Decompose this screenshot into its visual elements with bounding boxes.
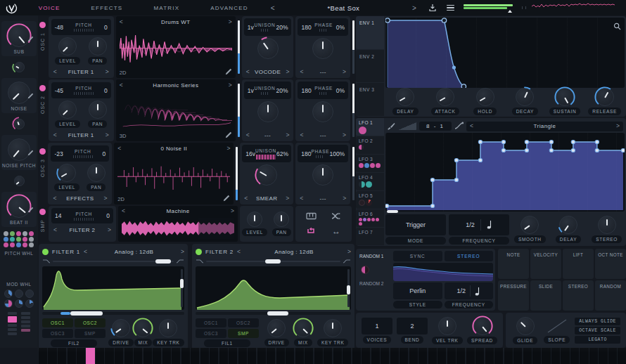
view-mode[interactable]: 3D bbox=[120, 133, 127, 139]
env-attack-knob[interactable] bbox=[436, 88, 454, 106]
legato-toggle[interactable]: LEGATO bbox=[575, 336, 620, 344]
filter2-mix-knob[interactable] bbox=[294, 319, 312, 337]
tab-matrix[interactable]: MATRIX bbox=[138, 5, 195, 11]
sub-mini-knob[interactable] bbox=[14, 62, 25, 72]
filter1-enable-dot[interactable] bbox=[42, 249, 49, 255]
preset-next-button[interactable]: > bbox=[405, 4, 423, 12]
wavetable-name[interactable]: 0 Noise II bbox=[160, 145, 187, 152]
osc1-phase-box[interactable]: 180 PHASE 0% bbox=[298, 18, 348, 36]
osc3-distortion-selector[interactable]: <---> bbox=[298, 193, 348, 204]
filter1-blend-slider[interactable] bbox=[42, 259, 184, 264]
unison-amount[interactable]: 20% bbox=[276, 24, 288, 31]
filter1-blend-handle[interactable] bbox=[155, 259, 171, 264]
filter1-input-smp[interactable]: SMP bbox=[75, 329, 106, 338]
osc2-unison-box[interactable]: 1v UNISON 20% bbox=[244, 82, 292, 99]
source-pressure[interactable]: PRESSURE bbox=[498, 280, 529, 311]
lfo-smooth-knob[interactable] bbox=[520, 216, 539, 234]
lfo-paint-shape[interactable] bbox=[398, 122, 416, 130]
osc2-pan-knob[interactable] bbox=[89, 100, 107, 119]
keytrack-icon[interactable] bbox=[306, 210, 317, 223]
filter1-keytrack-knob[interactable] bbox=[159, 319, 177, 337]
random-phase-icon[interactable] bbox=[331, 210, 341, 223]
osc2-route-selector[interactable]: <FILTER 1> bbox=[51, 130, 111, 140]
osc2-enable-dot[interactable] bbox=[39, 85, 46, 91]
env-decay-knob[interactable] bbox=[516, 88, 534, 106]
lfo-phase-handle[interactable] bbox=[387, 210, 398, 213]
osc2-unison-knob[interactable] bbox=[257, 101, 279, 122]
wheel-faders[interactable] bbox=[8, 312, 30, 335]
macro-dots[interactable] bbox=[4, 231, 34, 247]
osc2-phase-box[interactable]: 180 PHASE 0% bbox=[298, 82, 348, 99]
filter2-input-osc2[interactable]: OSC2 bbox=[228, 318, 259, 327]
osc3-edge-slider[interactable] bbox=[352, 147, 354, 200]
noise-pitch-pencil-icon[interactable] bbox=[27, 146, 34, 159]
random-display[interactable] bbox=[393, 263, 493, 281]
osc2-distortion-selector[interactable]: <---> bbox=[298, 130, 348, 141]
osc1-waveform-display[interactable] bbox=[120, 27, 232, 68]
osc2-phase-knob[interactable] bbox=[312, 101, 333, 122]
note-icon[interactable] bbox=[487, 220, 492, 229]
sample-name[interactable]: Machine bbox=[166, 208, 189, 214]
tab-lfo1[interactable]: LFO 1 bbox=[356, 118, 384, 136]
beat-edit-pencil-icon[interactable] bbox=[27, 203, 34, 216]
view-mode[interactable]: 2D bbox=[120, 70, 127, 76]
filter1-mix-knob[interactable] bbox=[134, 319, 152, 337]
source-random[interactable]: RANDOM bbox=[595, 280, 626, 311]
tab-random2[interactable]: RANDOM 2 bbox=[358, 278, 393, 289]
lfo-mode-value[interactable]: Trigger bbox=[385, 214, 446, 235]
osc3-phase-knob[interactable] bbox=[312, 164, 333, 186]
wavetable-edit-pencil-icon[interactable] bbox=[225, 131, 232, 140]
filter2-drive-knob[interactable] bbox=[267, 319, 286, 337]
smp-pitch-box[interactable]: 14 PITCH 0 bbox=[51, 208, 113, 223]
smp-pan-knob[interactable] bbox=[274, 212, 289, 227]
filter2-input-smp[interactable]: SMP bbox=[228, 329, 259, 338]
filter1-response-display[interactable] bbox=[42, 266, 184, 310]
tab-lfo3[interactable]: LFO 3 bbox=[356, 155, 384, 172]
pressed-key[interactable] bbox=[86, 348, 95, 364]
spread-knob[interactable] bbox=[473, 317, 492, 335]
filter1-input-osc3[interactable]: OSC3 bbox=[42, 329, 73, 338]
osc3-pan-knob[interactable] bbox=[87, 164, 106, 182]
always-glide-toggle[interactable]: ALWAYS GLIDE bbox=[575, 318, 620, 325]
env-delay-knob[interactable] bbox=[396, 88, 414, 106]
wavetable-name[interactable]: Harmonic Series bbox=[153, 82, 198, 89]
osc3-waveform-display[interactable] bbox=[117, 153, 230, 195]
mod-mini-knobs[interactable] bbox=[4, 290, 34, 308]
env-hold-knob[interactable] bbox=[476, 88, 494, 106]
source-note[interactable]: NOTE bbox=[498, 249, 529, 279]
osc2-morph-slider[interactable] bbox=[238, 84, 240, 137]
filter2-response-display[interactable] bbox=[196, 266, 351, 310]
velocity-track-knob[interactable] bbox=[438, 317, 456, 335]
bend-value[interactable]: 2 bbox=[397, 318, 428, 334]
loop-icon[interactable] bbox=[306, 225, 316, 238]
osc3-enable-dot[interactable] bbox=[39, 148, 46, 155]
preset-prev-button[interactable]: < bbox=[264, 4, 282, 12]
env-release-knob[interactable] bbox=[596, 88, 614, 106]
osc1-phase-knob[interactable] bbox=[312, 38, 333, 59]
sub-edit-pencil-icon[interactable] bbox=[27, 32, 34, 45]
osc1-edge-slider[interactable] bbox=[352, 20, 354, 74]
osc2-pitch-box[interactable]: -45 PITCH 0 bbox=[51, 82, 111, 98]
smp-waveform-display[interactable] bbox=[122, 216, 234, 241]
wavetable-prev[interactable]: < bbox=[120, 19, 123, 25]
osc1-unison-box[interactable]: 1v UNISON 20% bbox=[244, 18, 292, 36]
wavetable-next[interactable]: > bbox=[229, 19, 232, 25]
osc1-distortion-selector[interactable]: <---> bbox=[298, 67, 348, 77]
tab-env1[interactable]: ENV 1 bbox=[356, 16, 384, 49]
menu-icon[interactable] bbox=[442, 5, 459, 11]
lfo-stereo-knob[interactable] bbox=[598, 216, 616, 234]
osc3-morph-slider[interactable] bbox=[236, 147, 238, 200]
octave-scale-toggle[interactable]: OCTAVE SCALE bbox=[575, 327, 620, 334]
wavetable-edit-pencil-icon[interactable] bbox=[225, 68, 232, 77]
osc2-wavetable-panel[interactable]: <Harmonic Series> bbox=[116, 79, 236, 141]
envelope-display[interactable] bbox=[385, 18, 625, 88]
envelope-zoom-icon[interactable] bbox=[613, 20, 621, 33]
tab-advanced[interactable]: ADVANCED bbox=[195, 5, 263, 11]
source-velocity[interactable]: VELOCITY bbox=[530, 249, 561, 279]
tab-lfo2[interactable]: LFO 2 bbox=[356, 136, 384, 154]
filter2-cutoff-slider[interactable] bbox=[196, 312, 351, 315]
filter2-type-selector[interactable]: <Analog : 12dB> bbox=[237, 249, 351, 255]
osc3-spectral-morph-selector[interactable]: <SMEAR> bbox=[242, 193, 291, 204]
preset-name[interactable]: *Beat Sox bbox=[282, 4, 405, 12]
osc3-route-selector[interactable]: <EFFECTS> bbox=[51, 193, 109, 203]
